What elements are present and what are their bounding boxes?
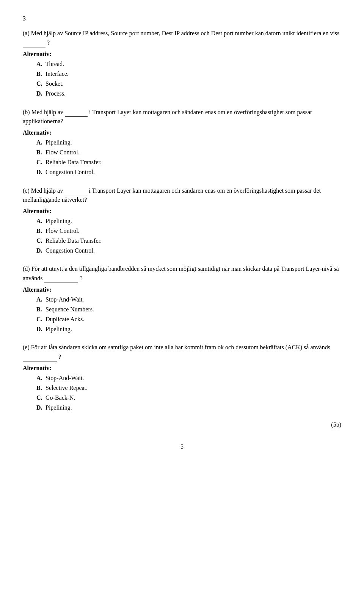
part-e-options: A. Stop-And-Wait. B. Selective Repeat. C… (23, 374, 341, 412)
part-e: (e) För att låta sändaren skicka om samt… (23, 343, 341, 412)
option-a-c: C. Socket. (36, 79, 341, 88)
option-d-a: A. Stop-And-Wait. (36, 295, 341, 304)
option-a-d: D. Process. (36, 89, 341, 98)
option-e-b: B. Selective Repeat. (36, 383, 341, 393)
option-e-d: D. Pipelining. (36, 403, 341, 412)
points: (5p) (23, 421, 341, 428)
page-number: 5 (23, 443, 341, 450)
part-b-alternativ: Alternativ: (23, 128, 341, 137)
part-a-alternativ: Alternativ: (23, 50, 341, 59)
option-a-b: B. Interface. (36, 69, 341, 79)
part-d-options: A. Stop-And-Wait. B. Sequence Numbers. C… (23, 295, 341, 334)
option-d-c: C. Duplicate Acks. (36, 315, 341, 324)
option-c-a: A. Pipelining. (36, 217, 341, 226)
option-b-d: D. Congestion Control. (36, 168, 341, 177)
option-e-c: C. Go-Back-N. (36, 393, 341, 402)
part-a: (a) Med hjälp av Source IP address, Sour… (23, 29, 341, 98)
option-b-c: C. Reliable Data Transfer. (36, 158, 341, 167)
part-c-options: A. Pipelining. B. Flow Control. C. Relia… (23, 217, 341, 255)
blank-c (64, 186, 87, 195)
option-b-a: A. Pipelining. (36, 138, 341, 147)
option-b-b: B. Flow Control. (36, 148, 341, 157)
part-b-options: A. Pipelining. B. Flow Control. C. Relia… (23, 138, 341, 177)
blank-d (44, 273, 78, 283)
part-c-text: (c) Med hjälp av i Transport Layer kan m… (23, 186, 341, 204)
option-a-a: A. Thread. (36, 60, 341, 69)
part-a-text: (a) Med hjälp av Source IP address, Sour… (23, 29, 341, 47)
option-c-c: C. Reliable Data Transfer. (36, 236, 341, 245)
part-e-alternativ: Alternativ: (23, 364, 341, 373)
part-b-text: (b) Med hjälp av i Transport Layer kan m… (23, 107, 341, 126)
part-d: (d) För att utnyttja den tillgängliga ba… (23, 264, 341, 334)
part-d-alternativ: Alternativ: (23, 285, 341, 294)
question-intro: 3 (23, 15, 341, 22)
part-c: (c) Med hjälp av i Transport Layer kan m… (23, 186, 341, 255)
option-d-b: B. Sequence Numbers. (36, 305, 341, 314)
part-e-text: (e) För att låta sändaren skicka om samt… (23, 343, 341, 361)
option-c-b: B. Flow Control. (36, 226, 341, 236)
part-c-alternativ: Alternativ: (23, 207, 341, 216)
part-b: (b) Med hjälp av i Transport Layer kan m… (23, 107, 341, 177)
part-a-options: A. Thread. B. Interface. C. Socket. D. P… (23, 60, 341, 98)
blank-a (23, 38, 46, 47)
option-d-d: D. Pipelining. (36, 325, 341, 334)
part-d-text: (d) För att utnyttja den tillgängliga ba… (23, 264, 341, 283)
question-block: 3 (a) Med hjälp av Source IP address, So… (23, 15, 341, 428)
blank-e (23, 352, 57, 361)
option-e-a: A. Stop-And-Wait. (36, 374, 341, 383)
option-c-d: D. Congestion Control. (36, 246, 341, 255)
blank-b (65, 107, 88, 117)
